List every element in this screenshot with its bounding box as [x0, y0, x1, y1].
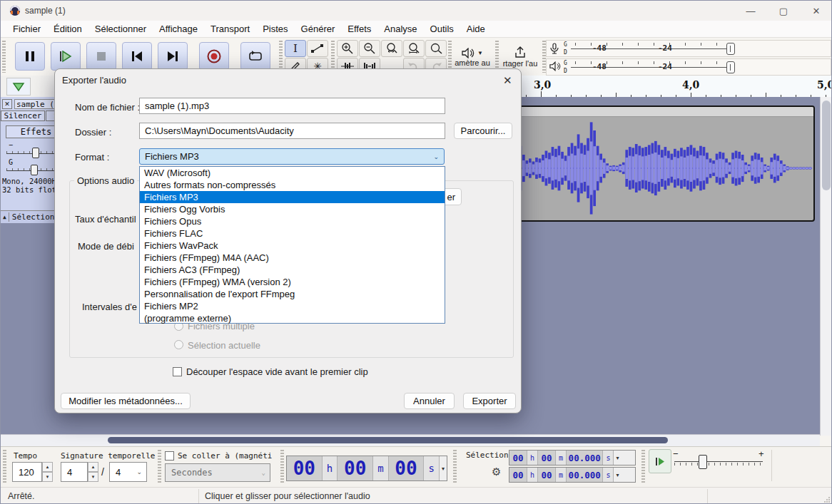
menu-effets[interactable]: Effets [341, 21, 377, 36]
meter-slider-thumb[interactable] [726, 61, 735, 73]
horizontal-scrollbar-thumb[interactable] [108, 437, 668, 443]
format-option-personnalisation-de-l-export-ffmpeg[interactable]: Personnalisation de l'export FFmpeg [140, 288, 445, 300]
loop-button[interactable] [240, 42, 270, 71]
mute-button[interactable]: Silencer [1, 110, 45, 121]
format-option-fichiers-flac[interactable]: Fichiers FLAC [140, 227, 445, 240]
time-display-caret-icon[interactable]: ▾ [442, 466, 445, 472]
time-digit-group[interactable]: 00 [538, 468, 556, 482]
time-grabber[interactable] [280, 450, 284, 484]
trim-blank-checkbox[interactable] [173, 367, 182, 376]
timesig-lower-select[interactable]: 4 ⌄ [109, 462, 147, 482]
timesig-upper-input[interactable]: 4 [61, 462, 88, 482]
vertical-scrollbar-thumb[interactable] [822, 101, 831, 190]
menu-generer[interactable]: Générer [295, 21, 342, 36]
cancel-button[interactable]: Annuler [404, 393, 455, 409]
radio-current-selection[interactable] [174, 340, 183, 349]
pause-button[interactable] [15, 42, 45, 71]
collapse-track-button[interactable]: ▲ [3, 214, 6, 220]
time-digit-group[interactable]: 00 [509, 468, 527, 482]
clip-header[interactable] [516, 107, 813, 117]
selection-end-display[interactable]: 00h00m00.000s▾ [509, 467, 636, 483]
record-button[interactable] [199, 42, 229, 71]
play-button[interactable] [51, 42, 81, 71]
speed-slider-thumb[interactable] [699, 455, 707, 469]
skip-to-end-button[interactable] [158, 42, 188, 71]
time-digit-group[interactable]: 00 [338, 456, 373, 480]
record-meter[interactable]: GD-48-24 [546, 40, 831, 57]
transport-grabber[interactable] [2, 41, 6, 73]
tempo-input[interactable]: 120 [12, 462, 42, 482]
format-option-fichiers-opus[interactable]: Fichiers Opus [140, 215, 445, 227]
close-button[interactable]: ✕ [800, 1, 832, 21]
file-name-input[interactable]: sample (1).mp3 [139, 98, 445, 114]
envelope-icon [311, 43, 324, 53]
dialog-close-icon[interactable]: ✕ [503, 74, 512, 87]
timesig-spin-arrows[interactable]: ▲▼ [88, 462, 98, 482]
format-combobox[interactable]: Fichiers MP3 ⌄ [139, 148, 445, 165]
tempo-spin-arrows[interactable]: ▲▼ [42, 462, 53, 482]
resize-grip-icon[interactable] [823, 496, 831, 503]
menu-analyse[interactable]: Analyse [377, 21, 423, 36]
format-option-autres-formats-non-compresses[interactable]: Autres formats non-compressés [140, 179, 445, 191]
snap-mode-select[interactable]: Secondes ⌄ [165, 463, 270, 482]
menu-affichage[interactable]: Affichage [153, 21, 204, 36]
selection-settings-gear-icon[interactable]: ⚙ [492, 466, 501, 478]
audio-clip[interactable] [514, 106, 815, 222]
folder-input[interactable]: C:\Users\Mayn\Documents\Audacity [139, 123, 445, 139]
zoom-fit-button[interactable] [403, 40, 425, 57]
skip-to-start-button[interactable] [122, 42, 152, 71]
selection-start-display[interactable]: 00h00m00.000s▾ [509, 450, 636, 466]
zoom-in-button[interactable] [337, 40, 358, 57]
menu-transport[interactable]: Transport [204, 21, 256, 36]
audio-position-display[interactable]: 00h00m00s▾ [286, 456, 447, 481]
play-speed-grabber[interactable] [641, 450, 645, 484]
minimize-button[interactable]: — [734, 1, 767, 21]
time-display-caret-icon[interactable]: ▾ [616, 472, 619, 478]
time-digit-group[interactable]: 00.000 [567, 468, 603, 482]
volume-slider-thumb[interactable] [32, 148, 39, 158]
stop-button[interactable] [86, 42, 116, 71]
snap-grabber[interactable] [158, 450, 161, 484]
time-digit-group[interactable]: 00 [538, 451, 556, 465]
track-close-button[interactable]: ✕ [2, 99, 12, 109]
maximize-button[interactable]: ▢ [767, 1, 800, 21]
menu-edition[interactable]: Édition [47, 21, 88, 36]
menu-selectionner[interactable]: Sélectionner [88, 21, 153, 36]
meter-toolbar[interactable]: GD-48-24GD-48-24 [546, 40, 831, 74]
menu-pistes[interactable]: Pistes [256, 21, 294, 36]
volume-minus-label: − [9, 141, 13, 149]
zoom-toggle-button[interactable] [425, 40, 447, 57]
playback-meter[interactable]: GD-48-24 [546, 58, 831, 76]
format-option-fichiers-mp3[interactable]: Fichiers MP3 [140, 191, 445, 203]
selection-grabber[interactable] [453, 450, 457, 484]
time-display-caret-icon[interactable]: ▾ [616, 455, 619, 461]
time-digit-group[interactable]: 00 [509, 451, 527, 465]
format-option-wav-microsoft[interactable]: WAV (Microsoft) [140, 167, 445, 179]
time-digit-group[interactable]: 00 [287, 456, 323, 480]
meter-slider-thumb[interactable] [726, 43, 735, 55]
format-option-programme-externe[interactable]: (programme externe) [140, 312, 445, 324]
format-option-fichiers-mp2[interactable]: Fichiers MP2 [140, 300, 445, 312]
menu-aide[interactable]: Aide [460, 21, 492, 36]
format-option-fichiers-ac3-ffmpeg[interactable]: Fichiers AC3 (FFmpeg) [140, 264, 445, 276]
format-option-fichiers-ogg-vorbis[interactable]: Fichiers Ogg Vorbis [140, 203, 445, 215]
edit-metadata-button[interactable]: Modifier les métadonnées... [61, 393, 191, 409]
zoom-selection-button[interactable] [381, 40, 402, 57]
pan-slider-thumb[interactable] [31, 165, 38, 175]
timesig-grabber[interactable] [3, 450, 6, 484]
time-digit-group[interactable]: 00 [389, 456, 425, 480]
timeline-options-button[interactable] [6, 78, 31, 96]
selection-tool-button[interactable]: I [285, 40, 306, 57]
format-option-fichiers-wavpack[interactable]: Fichiers WavPack [140, 240, 445, 252]
browse-button[interactable]: Parcourir... [454, 123, 512, 139]
menu-fichier[interactable]: Fichier [6, 21, 47, 36]
format-option-fichiers-ffmpeg-m4a-aac[interactable]: Fichiers (FFmpeg) M4A (AAC) [140, 252, 445, 264]
snap-checkbox[interactable] [165, 451, 174, 461]
menu-outils[interactable]: Outils [424, 21, 460, 36]
export-button[interactable]: Exporter [463, 393, 516, 409]
envelope-tool-button[interactable] [307, 40, 328, 57]
play-at-speed-button[interactable] [649, 449, 671, 473]
time-digit-group[interactable]: 00.000 [567, 451, 603, 465]
zoom-out-button[interactable] [359, 40, 380, 57]
format-option-fichiers-ffmpeg-wma-version-2[interactable]: Fichiers (FFmpeg) WMA (version 2) [140, 276, 445, 288]
